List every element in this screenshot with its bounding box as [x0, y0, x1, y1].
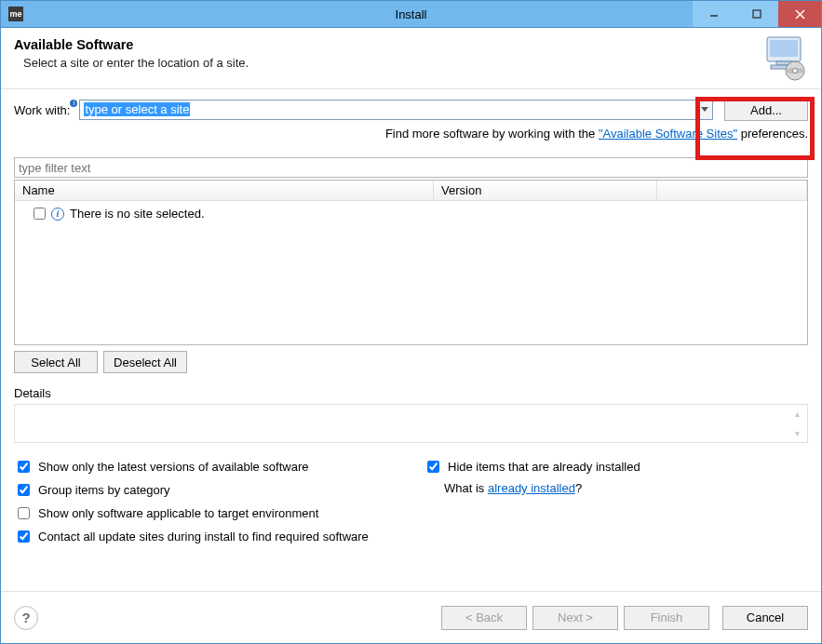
- column-header-version[interactable]: Version: [434, 181, 657, 200]
- svg-point-10: [793, 69, 798, 74]
- cancel-button[interactable]: Cancel: [722, 606, 808, 630]
- work-with-combo[interactable]: type or select a site: [79, 100, 696, 120]
- back-button: < Back: [441, 606, 527, 630]
- option-contact-sites-checkbox[interactable]: [18, 530, 30, 543]
- available-sites-link[interactable]: "Available Software Sites": [599, 127, 737, 141]
- details-scroll-icon[interactable]: ▴▾: [790, 409, 803, 438]
- row-checkbox[interactable]: [34, 208, 46, 220]
- svg-rect-1: [753, 10, 761, 18]
- help-button[interactable]: ?: [14, 606, 38, 630]
- option-target-env[interactable]: Show only software applicable to target …: [14, 504, 424, 522]
- info-icon: i: [51, 208, 64, 221]
- select-all-button[interactable]: Select All: [14, 351, 98, 373]
- details-label: Details: [14, 386, 808, 400]
- already-installed-link[interactable]: already installed: [488, 481, 575, 495]
- column-header-spacer: [657, 181, 807, 200]
- dialog-subtitle: Select a site or enter the location of a…: [23, 56, 808, 70]
- install-graphic-icon: [760, 34, 808, 85]
- option-group-category-checkbox[interactable]: [18, 484, 30, 496]
- next-button: Next >: [532, 606, 618, 630]
- work-with-placeholder: type or select a site: [84, 102, 190, 116]
- option-show-latest-checkbox[interactable]: [18, 461, 30, 473]
- dialog-title: Available Software: [14, 37, 808, 52]
- option-group-category[interactable]: Group items by category: [14, 481, 424, 499]
- window-maximize-button[interactable]: [735, 1, 778, 27]
- window-close-button[interactable]: [778, 1, 821, 27]
- option-target-env-checkbox[interactable]: [18, 507, 30, 519]
- option-contact-sites[interactable]: Contact all update sites during install …: [14, 528, 808, 545]
- filter-input[interactable]: [14, 157, 808, 178]
- what-is-installed: What is already installed?: [424, 481, 808, 499]
- title-bar: me Install: [0, 0, 822, 28]
- empty-message: There is no site selected.: [70, 207, 205, 221]
- option-show-latest[interactable]: Show only the latest versions of availab…: [14, 458, 424, 476]
- sites-hint: Find more software by working with the "…: [14, 127, 808, 141]
- option-hide-installed[interactable]: Hide items that are already installed: [424, 458, 808, 476]
- window-minimize-button[interactable]: [693, 1, 735, 27]
- option-hide-installed-checkbox[interactable]: [427, 461, 439, 473]
- column-header-name[interactable]: Name: [15, 181, 434, 200]
- work-with-label: Work with: i: [14, 103, 75, 117]
- dialog-header: Available Software Select a site or ente…: [1, 28, 821, 89]
- deselect-all-button[interactable]: Deselect All: [103, 351, 187, 373]
- table-row: i There is no site selected.: [20, 205, 802, 222]
- svg-rect-5: [770, 40, 798, 57]
- work-with-dropdown-button[interactable]: [696, 100, 713, 120]
- software-table: Name Version i There is no site selected…: [14, 180, 808, 345]
- finish-button: Finish: [624, 606, 709, 630]
- info-badge-icon: i: [70, 100, 77, 107]
- add-site-button[interactable]: Add...: [724, 99, 808, 121]
- svg-marker-11: [701, 107, 708, 112]
- details-box: ▴▾: [14, 404, 808, 443]
